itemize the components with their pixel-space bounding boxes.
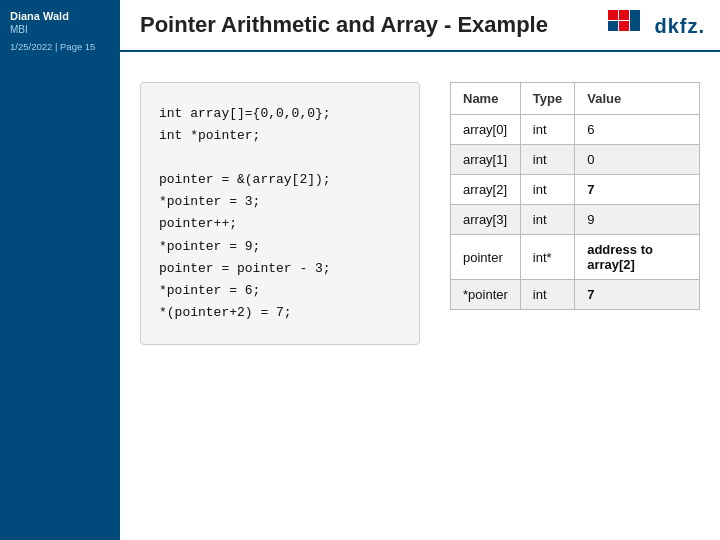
logo-text: dkfz. bbox=[654, 15, 705, 38]
code-block: int array[]={0,0,0,0}; int *pointer; poi… bbox=[140, 82, 420, 345]
sidebar-info: Diana Wald MBI 1/25/2022 | Page 15 bbox=[0, 0, 120, 62]
dkfz-logo-icon bbox=[608, 10, 650, 42]
col-header-value: Value bbox=[575, 83, 700, 115]
svg-rect-1 bbox=[619, 10, 629, 20]
author-name: Diana Wald bbox=[10, 10, 110, 22]
cell-value: address to array[2] bbox=[575, 235, 700, 280]
content-wrapper: Pointer Arithmetic and Array - Example d… bbox=[120, 0, 720, 540]
cell-value: 0 bbox=[575, 145, 700, 175]
cell-name: array[1] bbox=[451, 145, 521, 175]
table-row: *pointerint7 bbox=[451, 280, 700, 310]
page-title: Pointer Arithmetic and Array - Example bbox=[140, 12, 548, 38]
cell-value: 7 bbox=[575, 175, 700, 205]
cell-value: 6 bbox=[575, 115, 700, 145]
main-content: int array[]={0,0,0,0}; int *pointer; poi… bbox=[120, 52, 720, 540]
sidebar-background bbox=[0, 0, 120, 540]
page-label: 1/25/2022 | Page 15 bbox=[10, 41, 110, 52]
cell-type: int* bbox=[520, 235, 574, 280]
header-row: Pointer Arithmetic and Array - Example d… bbox=[120, 0, 720, 52]
cell-name: pointer bbox=[451, 235, 521, 280]
author-dept: MBI bbox=[10, 24, 110, 35]
table-header-row: Name Type Value bbox=[451, 83, 700, 115]
logo-area: dkfz. bbox=[608, 10, 705, 42]
svg-rect-0 bbox=[608, 10, 618, 20]
cell-name: *pointer bbox=[451, 280, 521, 310]
data-table-wrapper: Name Type Value array[0]int6array[1]int0… bbox=[450, 82, 700, 520]
table-row: array[3]int9 bbox=[451, 205, 700, 235]
table-row: array[0]int6 bbox=[451, 115, 700, 145]
cell-type: int bbox=[520, 175, 574, 205]
col-header-type: Type bbox=[520, 83, 574, 115]
cell-name: array[3] bbox=[451, 205, 521, 235]
table-row: array[2]int7 bbox=[451, 175, 700, 205]
svg-rect-3 bbox=[619, 21, 629, 31]
table-row: pointerint*address to array[2] bbox=[451, 235, 700, 280]
table-row: array[1]int0 bbox=[451, 145, 700, 175]
cell-type: int bbox=[520, 205, 574, 235]
cell-name: array[2] bbox=[451, 175, 521, 205]
cell-value: 9 bbox=[575, 205, 700, 235]
svg-rect-2 bbox=[608, 21, 618, 31]
data-table: Name Type Value array[0]int6array[1]int0… bbox=[450, 82, 700, 310]
cell-type: int bbox=[520, 280, 574, 310]
cell-type: int bbox=[520, 145, 574, 175]
cell-value: 7 bbox=[575, 280, 700, 310]
col-header-name: Name bbox=[451, 83, 521, 115]
svg-rect-4 bbox=[630, 10, 640, 31]
cell-name: array[0] bbox=[451, 115, 521, 145]
cell-type: int bbox=[520, 115, 574, 145]
